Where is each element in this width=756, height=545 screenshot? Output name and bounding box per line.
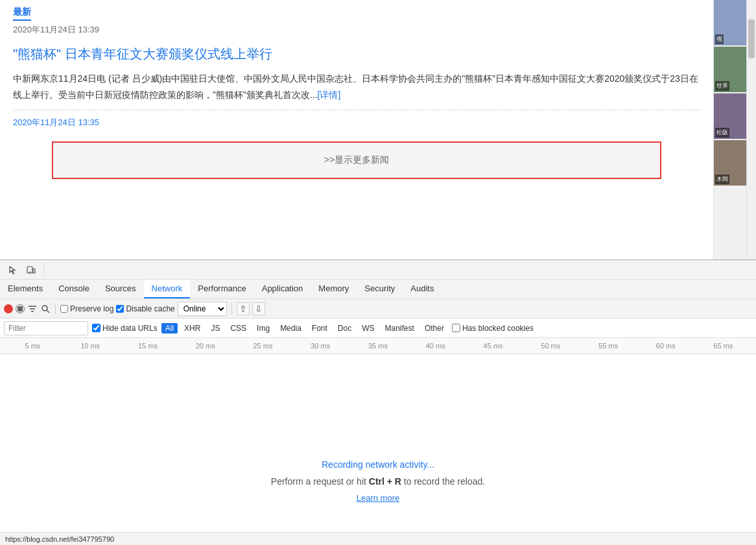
article1-detail-link[interactable]: [详情] bbox=[318, 90, 341, 100]
timeline-label-3: 20 ms bbox=[176, 342, 234, 350]
perform-text: Perform a request or hit Ctrl + R to rec… bbox=[271, 476, 485, 487]
devtools-tabs: Elements Console Sources Network Perform… bbox=[0, 280, 756, 299]
recording-area: Recording network activity... Perform a … bbox=[0, 416, 756, 545]
tab-audits[interactable]: Audits bbox=[403, 280, 442, 298]
sidebar-label-2: 世界 bbox=[715, 81, 729, 91]
disable-cache-label[interactable]: Disable cache bbox=[116, 304, 174, 313]
show-more-btn-wrap: >>显示更多新闻 bbox=[52, 141, 661, 179]
tab-sources[interactable]: Sources bbox=[97, 280, 144, 298]
stop-icon bbox=[18, 306, 23, 311]
sidebar-label-4: 木岡 bbox=[715, 175, 729, 184]
filter-tag-doc[interactable]: Doc bbox=[334, 323, 355, 333]
svg-point-7 bbox=[42, 306, 47, 311]
devtools-panel: Elements Console Sources Network Perform… bbox=[0, 260, 756, 545]
filter-tag-manifest[interactable]: Manifest bbox=[381, 323, 418, 333]
scrollbar[interactable] bbox=[746, 0, 756, 260]
sidebar-thumb-4[interactable]: 木岡 bbox=[714, 140, 746, 186]
toolbar-divider-1 bbox=[55, 303, 56, 315]
throttle-select[interactable]: Online Fast 3G Slow 3G Offline bbox=[178, 302, 227, 316]
has-blocked-cookies-label[interactable]: Has blocked cookies bbox=[452, 324, 534, 333]
timeline-label-0: 5 ms bbox=[4, 342, 62, 350]
timeline-label-5: 30 ms bbox=[292, 342, 349, 350]
timeline-label-12: 65 ms bbox=[694, 342, 752, 350]
timeline-label-10: 55 ms bbox=[580, 342, 637, 350]
sidebar-label-3: 松阪 bbox=[715, 128, 729, 138]
filter-tag-media[interactable]: Media bbox=[276, 323, 305, 333]
filter-input[interactable] bbox=[4, 321, 88, 335]
svg-line-8 bbox=[47, 310, 49, 313]
webpage-area: 最新 2020年11月24日 13:39 "熊猫杯" 日本青年征文大赛颁奖仪式线… bbox=[0, 0, 756, 260]
timeline-label-7: 40 ms bbox=[407, 342, 464, 350]
main-content: 最新 2020年11月24日 13:39 "熊猫杯" 日本青年征文大赛颁奖仪式线… bbox=[0, 0, 714, 260]
timeline-label-1: 10 ms bbox=[62, 342, 119, 350]
tab-console[interactable]: Console bbox=[51, 280, 97, 298]
svg-marker-0 bbox=[10, 267, 15, 274]
hide-data-urls-checkbox[interactable] bbox=[92, 324, 100, 332]
tab-security[interactable]: Security bbox=[357, 280, 403, 298]
learn-more-link[interactable]: Learn more bbox=[357, 493, 399, 503]
right-sidebar: 视 世界 松阪 木岡 bbox=[714, 0, 746, 260]
search-icon[interactable] bbox=[40, 304, 51, 314]
article1-date2: 2020年11月24日 13:35 bbox=[13, 110, 700, 128]
status-url: https://blog.csdn.net/fei347795790 bbox=[5, 535, 114, 543]
filter-tags: All XHR JS CSS Img Media Font Doc WS Man… bbox=[161, 323, 448, 333]
filter-tag-all[interactable]: All bbox=[161, 323, 178, 333]
network-content: Recording network activity... Perform a … bbox=[0, 354, 756, 545]
stop-button[interactable] bbox=[16, 304, 25, 313]
tab-performance[interactable]: Performance bbox=[190, 280, 254, 298]
disable-cache-checkbox[interactable] bbox=[116, 305, 124, 313]
preserve-log-label[interactable]: Preserve log bbox=[60, 304, 113, 313]
timeline-header: 5 ms 10 ms 15 ms 20 ms 25 ms 30 ms 35 ms… bbox=[0, 338, 756, 354]
filter-icon[interactable] bbox=[27, 304, 38, 314]
article1-title[interactable]: "熊猫杯" 日本青年征文大赛颁奖仪式线上举行 bbox=[13, 45, 700, 63]
show-more-button[interactable]: >>显示更多新闻 bbox=[52, 141, 661, 179]
filter-tag-other[interactable]: Other bbox=[421, 323, 448, 333]
sidebar-thumb-2[interactable]: 世界 bbox=[714, 47, 746, 92]
filter-tag-ws[interactable]: WS bbox=[358, 323, 378, 333]
tab-elements[interactable]: Elements bbox=[0, 280, 51, 298]
network-toolbar: Preserve log Disable cache Online Fast 3… bbox=[0, 299, 756, 319]
import-export-area: ⇧ ⇩ bbox=[237, 302, 265, 315]
upload-icon[interactable]: ⇧ bbox=[237, 302, 250, 315]
filter-tag-xhr[interactable]: XHR bbox=[180, 323, 204, 333]
timeline-label-4: 25 ms bbox=[234, 342, 292, 350]
inspect-element-icon[interactable] bbox=[5, 262, 21, 278]
filter-bar: Hide data URLs All XHR JS CSS Img Media … bbox=[0, 319, 756, 338]
tab-network[interactable]: Network bbox=[144, 280, 191, 298]
filter-tag-css[interactable]: CSS bbox=[226, 323, 250, 333]
timeline-label-6: 35 ms bbox=[349, 342, 407, 350]
filter-tag-img[interactable]: Img bbox=[253, 323, 274, 333]
timeline-label-11: 60 ms bbox=[637, 342, 694, 350]
devtools-topbar bbox=[0, 260, 756, 280]
preserve-log-checkbox[interactable] bbox=[60, 305, 68, 313]
sidebar-label-1: 视 bbox=[715, 34, 724, 44]
status-bar: https://blog.csdn.net/fei347795790 bbox=[0, 532, 756, 545]
recording-text: Recording network activity... bbox=[322, 459, 434, 470]
sidebar-thumb-3[interactable]: 松阪 bbox=[714, 93, 746, 139]
latest-tag: 最新 bbox=[13, 6, 31, 21]
has-blocked-cookies-checkbox[interactable] bbox=[452, 324, 460, 332]
devtools-left-icons bbox=[5, 262, 45, 278]
device-toolbar-icon[interactable] bbox=[23, 262, 39, 278]
timeline-label-9: 50 ms bbox=[522, 342, 580, 350]
svg-rect-2 bbox=[33, 269, 35, 273]
timeline-label-2: 15 ms bbox=[119, 342, 177, 350]
article1-date: 2020年11月24日 13:39 bbox=[13, 24, 700, 36]
toolbar-divider-2 bbox=[231, 303, 232, 315]
download-icon[interactable]: ⇩ bbox=[252, 302, 265, 315]
hide-data-urls-label[interactable]: Hide data URLs bbox=[92, 324, 158, 333]
filter-tag-font[interactable]: Font bbox=[308, 323, 331, 333]
timeline-label-8: 45 ms bbox=[464, 342, 522, 350]
tab-memory[interactable]: Memory bbox=[311, 280, 357, 298]
filter-tag-js[interactable]: JS bbox=[207, 323, 224, 333]
article1-body: 中新网东京11月24日电 (记者 吕少威)由中国驻日大使馆、中国外文局人民中国杂… bbox=[13, 71, 700, 103]
scrollbar-thumb[interactable] bbox=[748, 19, 755, 58]
sidebar-thumb-1[interactable]: 视 bbox=[714, 0, 746, 45]
timeline-labels: 5 ms 10 ms 15 ms 20 ms 25 ms 30 ms 35 ms… bbox=[4, 342, 752, 350]
tab-application[interactable]: Application bbox=[254, 280, 311, 298]
record-button[interactable] bbox=[4, 304, 13, 313]
